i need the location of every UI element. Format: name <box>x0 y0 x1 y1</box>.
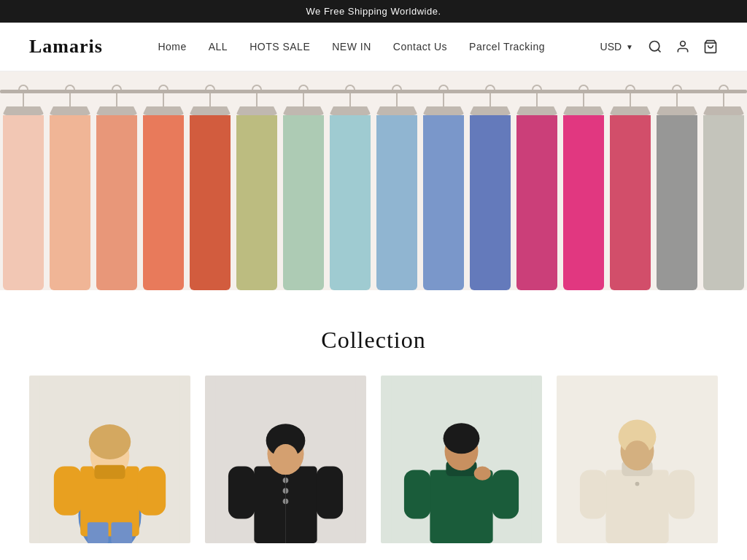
nav-parcel-tracking[interactable]: Parcel Tracking <box>469 41 545 52</box>
product-image-4 <box>557 376 718 543</box>
search-button[interactable] <box>648 39 662 54</box>
svg-rect-37 <box>668 470 694 518</box>
garment-11 <box>514 71 560 290</box>
collection-section: Collection <box>0 290 747 560</box>
currency-label: USD <box>600 41 622 52</box>
product-image-2 <box>205 376 366 543</box>
svg-rect-7 <box>54 467 82 516</box>
cart-button[interactable] <box>703 39 718 54</box>
product-card-1[interactable] <box>29 376 190 543</box>
svg-point-32 <box>444 423 480 454</box>
svg-rect-17 <box>317 467 343 519</box>
banner-text: We Free Shipping Worldwide. <box>306 6 441 17</box>
svg-rect-35 <box>605 470 668 543</box>
svg-rect-11 <box>94 465 125 479</box>
logo[interactable]: Lamaris <box>29 36 103 58</box>
svg-rect-12 <box>88 522 109 543</box>
nav-hots-sale[interactable]: HOTS SALE <box>249 41 310 52</box>
garment-15 <box>700 71 747 290</box>
garment-1 <box>47 71 93 290</box>
garment-4 <box>187 71 233 290</box>
svg-line-1 <box>658 50 661 52</box>
product-grid <box>29 376 718 543</box>
product-card-3[interactable] <box>381 376 542 543</box>
garment-7 <box>327 71 374 290</box>
garment-13 <box>607 71 654 290</box>
garment-2 <box>93 71 140 290</box>
svg-point-0 <box>650 42 659 51</box>
svg-point-2 <box>681 42 686 47</box>
product-card-2[interactable] <box>205 376 366 543</box>
nav-home[interactable]: Home <box>158 41 186 52</box>
garment-0 <box>0 71 47 290</box>
garment-14 <box>654 71 700 290</box>
svg-rect-13 <box>111 522 132 543</box>
main-nav: Home ALL HOTS SALE NEW IN Contact Us Par… <box>158 41 545 52</box>
collection-title: Collection <box>29 327 718 354</box>
nav-all[interactable]: ALL <box>209 41 228 52</box>
currency-dropdown-arrow: ▼ <box>626 43 633 51</box>
header: Lamaris Home ALL HOTS SALE NEW IN Contac… <box>0 23 747 71</box>
currency-selector[interactable]: USD ▼ <box>600 41 633 52</box>
svg-rect-8 <box>138 467 166 516</box>
account-button[interactable] <box>676 39 690 54</box>
svg-rect-36 <box>580 470 606 518</box>
svg-point-39 <box>635 482 640 486</box>
svg-rect-29 <box>492 470 519 518</box>
svg-rect-16 <box>228 467 255 519</box>
svg-point-25 <box>273 444 298 472</box>
garment-9 <box>420 71 467 290</box>
svg-rect-27 <box>430 470 492 543</box>
svg-point-33 <box>474 467 491 481</box>
garment-12 <box>560 71 607 290</box>
garment-3 <box>140 71 187 290</box>
nav-contact-us[interactable]: Contact Us <box>393 41 447 52</box>
product-image-3 <box>381 376 542 543</box>
rack-rod <box>0 90 747 93</box>
svg-rect-28 <box>404 470 430 518</box>
garment-5 <box>233 71 280 290</box>
svg-point-42 <box>624 440 650 468</box>
header-icons <box>648 39 718 54</box>
product-card-4[interactable] <box>557 376 718 543</box>
svg-point-10 <box>89 424 131 459</box>
top-banner: We Free Shipping Worldwide. <box>0 0 747 23</box>
garments-container <box>0 71 747 290</box>
product-image-1 <box>29 376 190 543</box>
hero-banner <box>0 71 747 290</box>
nav-new-in[interactable]: NEW IN <box>332 41 371 52</box>
garment-10 <box>467 71 514 290</box>
garment-6 <box>280 71 327 290</box>
garment-8 <box>374 71 420 290</box>
